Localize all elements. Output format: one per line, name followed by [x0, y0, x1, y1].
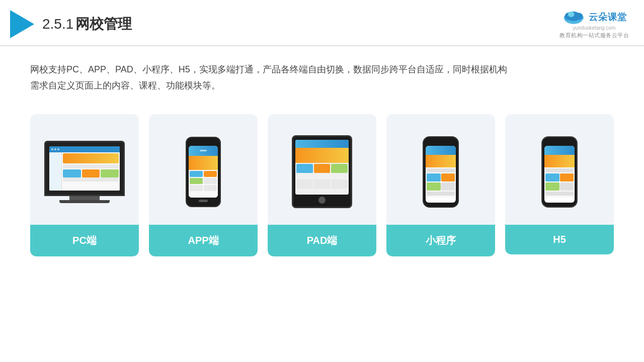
h5-screen: [544, 146, 575, 203]
h5-row-1: [545, 168, 574, 172]
phone-row-3: [190, 185, 217, 191]
phone-row-1: [190, 171, 217, 177]
pc-grid-2: [82, 169, 100, 177]
mini-row-1: [427, 168, 455, 172]
tablet-screen: [295, 140, 349, 195]
phone-block-4: [204, 178, 217, 184]
mini-grid-1: [427, 173, 455, 182]
mini-label: 小程序: [386, 225, 495, 256]
description-text: 网校支持PC、APP、PAD、小程序、H5，实现多端打通，产品各终端自由切换，数…: [30, 61, 614, 94]
pc-banner: [63, 153, 119, 163]
h5-grid-2: [545, 183, 574, 191]
pc-sidebar: [49, 152, 62, 191]
pc-dot-1: [51, 148, 53, 150]
logo-area: 云朵课堂 yunduoketang.com 教育机构一站式服务云平台: [559, 9, 629, 39]
tablet-home-circle: [318, 197, 326, 204]
pc-dot-2: [54, 148, 56, 150]
mini-body: [426, 167, 456, 198]
phone-screen: [189, 146, 218, 198]
tablet-block-5: [314, 179, 331, 189]
tablet-content: [295, 163, 349, 195]
phone-row-2: [190, 178, 217, 184]
phone-block-3: [190, 178, 203, 184]
tablet-block-4: [296, 179, 313, 189]
mini-image-area: [386, 114, 495, 225]
h5-banner: [544, 155, 575, 167]
tablet-block-3: [331, 164, 348, 173]
h5-image-area: [505, 114, 614, 225]
page-header: 2.5.1网校管理 云朵课堂 yunduoketang.com 教育机构一站式服…: [0, 0, 644, 46]
pc-screen-header: [49, 146, 120, 152]
mini-screen: [426, 146, 456, 203]
h5-label: H5: [505, 225, 614, 254]
pad-image-area: [268, 114, 376, 225]
pad-label: PAD端: [268, 225, 376, 256]
tablet-mockup: [292, 135, 352, 208]
pc-grid-1: [63, 169, 81, 177]
svg-point-5: [574, 13, 583, 20]
pc-card: PC端: [30, 114, 139, 256]
phone-top-bar: [200, 150, 207, 151]
h5-notch: [552, 141, 567, 144]
section-number: 2.5.1: [42, 16, 73, 32]
description-content: 网校支持PC、APP、PAD、小程序、H5，实现多端打通，产品各终端自由切换，数…: [30, 64, 507, 90]
device-cards-container: PC端: [30, 114, 614, 256]
tablet-block-2: [314, 164, 331, 173]
app-card: APP端: [149, 114, 258, 256]
phone-home-btn: [199, 200, 208, 202]
phone-block-6: [204, 185, 217, 191]
h5-g2: [560, 173, 574, 182]
pc-monitor: [44, 141, 125, 196]
h5-row-2: [545, 192, 574, 196]
page-title: 2.5.1网校管理: [42, 15, 132, 34]
mini-g3: [427, 183, 441, 191]
h5-g1: [545, 173, 559, 182]
play-icon: [10, 10, 34, 38]
app-label: APP端: [149, 225, 258, 256]
pc-mockup: [44, 141, 125, 203]
phone-screen-top: [189, 146, 218, 156]
tablet-screen-top: [295, 140, 349, 148]
logo-cloud: 云朵课堂: [561, 9, 627, 25]
pc-row-2: [63, 177, 119, 182]
mini-grid-2: [427, 183, 455, 191]
mini-g1: [427, 173, 441, 182]
title-text: 网校管理: [75, 16, 132, 32]
mini-banner: [426, 155, 456, 167]
logo-tagline: 教育机构一站式服务云平台: [559, 32, 629, 39]
mini-notch: [434, 141, 448, 144]
phone-notch: [197, 142, 209, 144]
logo-text: 云朵课堂: [589, 11, 627, 23]
phone-block-2: [204, 171, 217, 177]
pc-stand: [69, 196, 100, 200]
tablet-banner: [295, 148, 349, 163]
pad-card: PAD端: [268, 114, 376, 256]
pc-base: [59, 200, 110, 203]
app-phone-mockup: [186, 137, 221, 207]
pc-image-area: [30, 114, 139, 225]
h5-card: H5: [505, 114, 614, 254]
phone-content: [189, 170, 218, 198]
mini-header: [426, 146, 456, 155]
mini-row-2: [427, 192, 455, 196]
h5-g4: [560, 183, 574, 191]
tablet-block-6: [331, 179, 348, 189]
main-content: 网校支持PC、APP、PAD、小程序、H5，实现多端打通，产品各终端自由切换，数…: [0, 46, 644, 266]
pc-grid: [63, 169, 119, 177]
pc-label: PC端: [30, 225, 139, 256]
h5-phone-mockup: [541, 136, 578, 208]
phone-block-1: [190, 171, 203, 177]
cloud-icon: [561, 9, 586, 25]
pc-row-1: [63, 164, 119, 168]
mini-g2: [441, 173, 455, 182]
svg-point-6: [568, 12, 575, 17]
h5-g3: [545, 183, 559, 191]
tablet-block-1: [296, 164, 313, 173]
mini-phone-mockup: [423, 136, 459, 208]
mini-g4: [441, 183, 455, 191]
mini-card: 小程序: [386, 114, 495, 256]
pc-grid-3: [101, 169, 119, 177]
phone-banner: [189, 156, 218, 170]
pc-main-area: [62, 152, 120, 191]
pc-screen-body: [49, 152, 120, 191]
